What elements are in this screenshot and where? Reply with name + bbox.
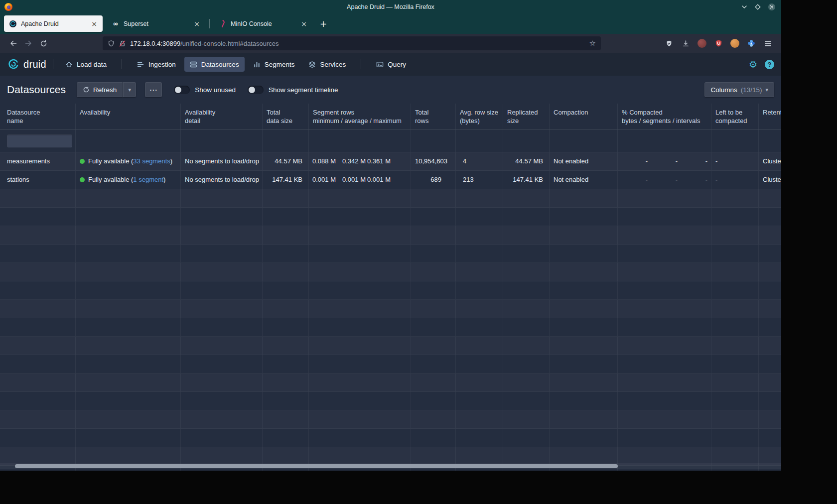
tab-superset[interactable]: ∞ Superset ×	[107, 15, 205, 32]
account-avatar-icon[interactable]	[727, 36, 742, 51]
nav-item-label: Services	[320, 61, 346, 68]
availability-detail-cell: No segments to load/drop	[181, 152, 263, 170]
window-minimize-icon[interactable]	[741, 3, 748, 10]
back-button[interactable]	[6, 36, 21, 51]
column-header-replicated-size[interactable]: Replicated size	[503, 104, 550, 129]
druid-favicon	[9, 20, 17, 28]
segments-link[interactable]: 33 segments	[133, 157, 170, 165]
refresh-button[interactable]: Refresh	[77, 82, 123, 97]
tab-close-icon[interactable]: ×	[192, 19, 201, 28]
table-cell	[309, 355, 411, 373]
horizontal-scrollbar[interactable]	[15, 464, 618, 468]
replicated-size-cell: 147.41 KB	[503, 171, 550, 189]
nav-item-load-data[interactable]: Load data	[60, 57, 112, 72]
table-cell	[411, 392, 456, 410]
url-bar[interactable]: 172.18.0.4:30899/unified-console.html#da…	[103, 36, 601, 50]
druid-app-header: druid Load data Ingestion Datasources Se…	[0, 53, 781, 76]
tab-apache-druid[interactable]: Apache Druid ×	[4, 15, 103, 32]
gear-icon[interactable]: ⚙	[749, 60, 757, 69]
avg-row-size-cell: 4	[456, 152, 503, 170]
table-cell	[0, 355, 76, 373]
table-cell	[263, 374, 309, 391]
column-header-datasource-name[interactable]: Datasource name	[0, 104, 76, 129]
table-cell	[711, 281, 759, 299]
window-close-icon[interactable]	[768, 3, 776, 11]
header-line: minimum / average / maximum	[313, 117, 407, 126]
tab-close-icon[interactable]: ×	[90, 19, 99, 28]
bookmark-star-icon[interactable]: ☆	[589, 39, 596, 48]
privacy-shield-icon[interactable]	[662, 36, 677, 51]
table-cell	[618, 281, 711, 299]
tracking-protection-shield-icon[interactable]	[108, 40, 115, 47]
nav-item-query[interactable]: Query	[371, 57, 412, 72]
reload-button[interactable]	[36, 36, 51, 51]
nav-item-segments[interactable]: Segments	[248, 57, 300, 72]
column-header-avg-row-size[interactable]: Avg. row size (bytes)	[456, 104, 503, 129]
refresh-button-group: Refresh ▾	[77, 82, 136, 97]
window-maximize-icon[interactable]	[754, 3, 761, 10]
header-line: Retention	[763, 109, 781, 117]
tab-minio-console[interactable]: MinIO Console ×	[214, 15, 312, 32]
table-row-empty	[0, 263, 781, 281]
minio-favicon	[219, 20, 227, 28]
show-segment-timeline-switch[interactable]	[248, 86, 264, 94]
column-header-retention[interactable]: Retention	[759, 104, 781, 129]
ublock-icon[interactable]	[711, 36, 726, 51]
nav-divider	[53, 59, 53, 69]
refresh-dropdown-button[interactable]: ▾	[123, 82, 136, 97]
column-header-segment-rows[interactable]: Segment rows minimum / average / maximum	[309, 104, 411, 129]
table-cell	[618, 429, 711, 447]
table-cell	[263, 447, 309, 465]
extension-pinwheel-icon[interactable]	[744, 36, 759, 51]
column-header-availability[interactable]: Availability	[76, 104, 181, 129]
druid-brand[interactable]: druid	[7, 58, 46, 71]
segments-icon	[253, 61, 261, 68]
table-cell	[181, 189, 263, 207]
column-header-left-to-be-compacted[interactable]: Left to be compacted	[711, 104, 759, 129]
table-cell	[618, 318, 711, 336]
column-header-total-data-size[interactable]: Total data size	[263, 104, 309, 129]
table-cell	[618, 337, 711, 355]
help-icon[interactable]: ?	[765, 60, 774, 69]
segments-link[interactable]: 1 segment	[133, 176, 163, 183]
datasource-filter-input[interactable]	[7, 134, 72, 147]
tab-close-icon[interactable]: ×	[299, 19, 308, 28]
table-cell	[550, 281, 618, 299]
table-row: measurements Fully available (33 segment…	[0, 152, 781, 171]
nav-item-services[interactable]: Services	[303, 57, 351, 72]
table-cell	[759, 226, 781, 244]
pct-compacted-cell: ---	[618, 152, 711, 170]
column-header-pct-compacted[interactable]: % Compacted bytes / segments / intervals	[618, 104, 711, 129]
extension-icon[interactable]	[695, 36, 709, 51]
table-cell	[759, 300, 781, 318]
connection-not-secure-icon[interactable]	[119, 40, 126, 47]
more-actions-button[interactable]: ⋯	[145, 82, 162, 97]
table-cell	[309, 245, 411, 262]
table-cell	[0, 337, 76, 355]
table-cell	[618, 208, 711, 226]
header-line: Avg. row size	[460, 109, 499, 117]
nav-item-label: Segments	[265, 61, 295, 68]
table-cell	[0, 374, 76, 391]
nav-item-datasources[interactable]: Datasources	[184, 57, 245, 72]
druid-logo-icon	[7, 58, 20, 71]
column-header-total-rows[interactable]: Total rows	[411, 104, 456, 129]
header-line: bytes / segments / intervals	[622, 117, 707, 126]
table-cell	[456, 208, 503, 226]
show-unused-switch[interactable]	[174, 86, 190, 94]
forward-button[interactable]	[21, 36, 36, 51]
column-header-compaction[interactable]: Compaction	[550, 104, 618, 129]
header-line: data size	[267, 117, 304, 126]
columns-button[interactable]: Columns (13/15) ▾	[704, 82, 774, 97]
new-tab-button[interactable]: +	[316, 17, 330, 31]
table-cell	[263, 189, 309, 207]
nav-item-ingestion[interactable]: Ingestion	[132, 57, 181, 72]
menu-icon[interactable]	[760, 36, 775, 51]
downloads-icon[interactable]	[678, 36, 693, 51]
table-cell	[181, 281, 263, 299]
columns-label: Columns	[710, 86, 737, 94]
table-cell	[711, 189, 759, 207]
nav-item-label: Ingestion	[148, 61, 176, 68]
table-cell	[181, 318, 263, 336]
column-header-availability-detail[interactable]: Availability detail	[181, 104, 263, 129]
